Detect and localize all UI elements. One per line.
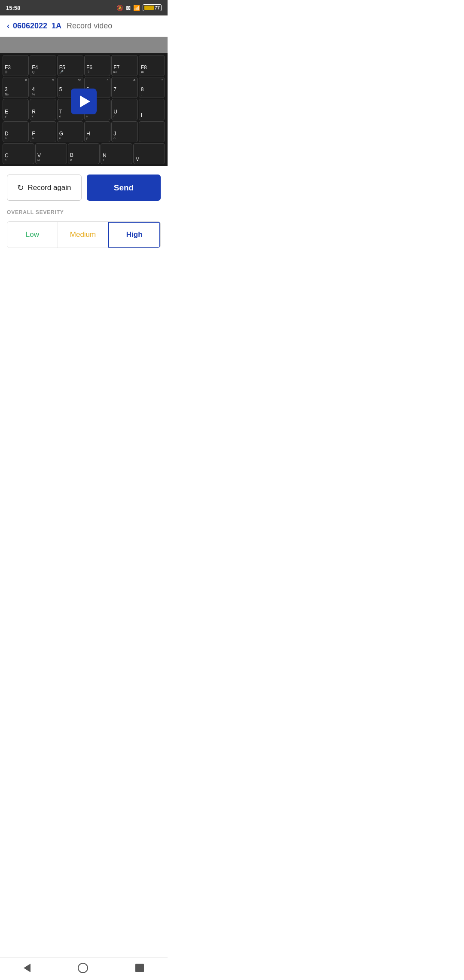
key-empty — [139, 121, 165, 142]
send-label: Send — [114, 183, 134, 192]
key-3: #3№ — [3, 77, 29, 98]
key-i: I — [139, 99, 165, 120]
key-f7: F7⏮ — [111, 55, 137, 76]
content-spacer — [0, 257, 168, 291]
severity-low-button[interactable]: Low — [7, 222, 58, 248]
severity-medium-label: Medium — [70, 230, 96, 239]
severity-section-label: OVERALL SEVERITY — [7, 209, 161, 215]
key-h: Hр — [84, 121, 110, 142]
keyboard-top-band — [0, 37, 168, 53]
key-d: Dв — [3, 121, 29, 142]
header: ‹ 06062022_1A Record video — [0, 15, 168, 37]
status-icons: 🔕 ⊠ 📶 77 — [116, 4, 162, 11]
record-again-button[interactable]: ↻ Record again — [7, 175, 82, 201]
header-subtitle: Record video — [67, 21, 112, 31]
severity-section: OVERALL SEVERITY Low Medium High — [0, 209, 168, 257]
battery-indicator: 77 — [143, 4, 162, 11]
key-e: Eу — [3, 99, 29, 120]
severity-options: Low Medium High — [7, 221, 161, 248]
record-again-label: Record again — [27, 184, 71, 192]
key-f: Fа — [30, 121, 56, 142]
bell-icon: 🔕 — [116, 5, 123, 11]
back-button[interactable]: ‹ — [7, 21, 9, 31]
wifi-icon: 📶 — [133, 5, 140, 11]
keyboard-row-cvb: Cс Vм Bи Nт M — [3, 143, 165, 164]
key-8: *8: — [139, 77, 165, 98]
key-n: Nт — [101, 143, 132, 164]
key-7: &7. — [111, 77, 137, 98]
key-b: Bи — [68, 143, 100, 164]
video-container[interactable]: F3⊞ F4Q F5🎤 F6☽ F7⏮ F8⏭ #3№ $4% %5: ^6, … — [0, 37, 168, 166]
battery-fill — [144, 6, 154, 10]
key-f5: F5🎤 — [57, 55, 83, 76]
severity-medium-button[interactable]: Medium — [58, 222, 109, 248]
key-j: Jо — [111, 121, 137, 142]
keyboard-row-fn: F3⊞ F4Q F5🎤 F6☽ F7⏮ F8⏭ — [3, 55, 165, 76]
key-g: Gп — [57, 121, 83, 142]
play-icon — [80, 95, 90, 107]
send-button[interactable]: Send — [87, 175, 161, 201]
key-m: M — [133, 143, 165, 164]
status-time: 15:58 — [6, 5, 20, 11]
play-button[interactable] — [71, 89, 97, 114]
status-bar: 15:58 🔕 ⊠ 📶 77 — [0, 0, 168, 15]
action-row: ↻ Record again Send — [0, 166, 168, 209]
x-icon: ⊠ — [126, 5, 131, 11]
key-f4: F4Q — [30, 55, 56, 76]
key-c: Cс — [3, 143, 34, 164]
header-title: 06062022_1A — [13, 21, 61, 31]
key-f8: F8⏭ — [139, 55, 165, 76]
severity-high-button[interactable]: High — [108, 222, 160, 248]
battery-percent: 77 — [155, 5, 160, 10]
keyboard-row-dfgh: Dв Fа Gп Hр Jо — [3, 121, 165, 142]
key-v: Vм — [35, 143, 67, 164]
key-r: Rк — [30, 99, 56, 120]
severity-high-label: High — [126, 230, 143, 239]
severity-low-label: Low — [26, 230, 39, 239]
key-f3: F3⊞ — [3, 55, 29, 76]
key-f6: F6☽ — [84, 55, 110, 76]
key-4: $4% — [30, 77, 56, 98]
key-u: Uг — [111, 99, 137, 120]
refresh-icon: ↻ — [17, 183, 24, 193]
